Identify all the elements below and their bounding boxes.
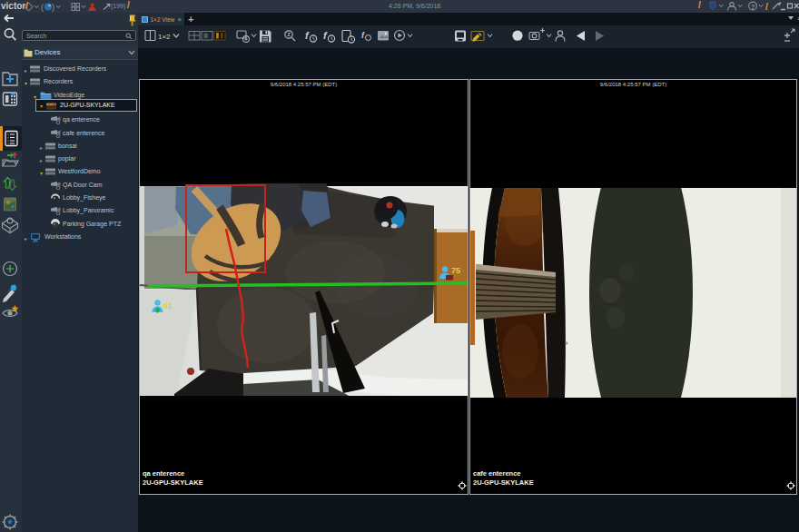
svg-text:f: f bbox=[361, 31, 365, 40]
svg-text:61: 61 bbox=[163, 301, 173, 310]
svg-text:): ) bbox=[52, 3, 54, 12]
svg-text:(: ( bbox=[41, 3, 44, 12]
svg-text:f: f bbox=[323, 30, 328, 41]
svg-text:1×2: 1×2 bbox=[158, 33, 171, 41]
svg-text:f: f bbox=[305, 30, 310, 41]
svg-text:?: ? bbox=[751, 3, 755, 11]
svg-text:75: 75 bbox=[451, 266, 460, 275]
svg-text:/: / bbox=[765, 2, 768, 12]
